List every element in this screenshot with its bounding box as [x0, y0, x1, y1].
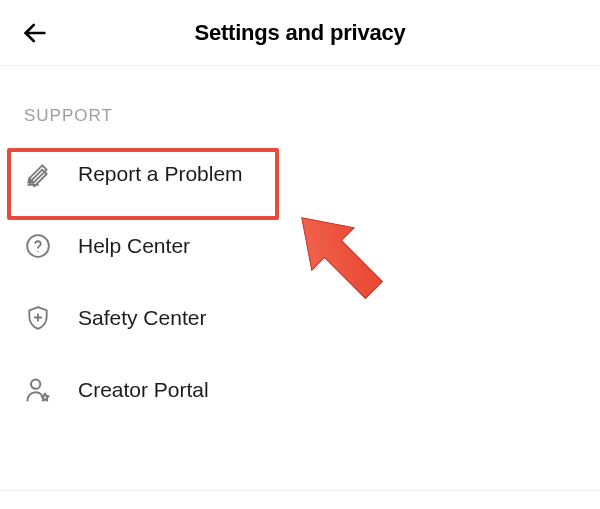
svg-point-6 [31, 380, 40, 389]
menu-item-label: Creator Portal [78, 378, 209, 402]
question-circle-icon [24, 232, 52, 260]
divider [0, 490, 600, 491]
shield-plus-icon [24, 304, 52, 332]
menu-item-label: Safety Center [78, 306, 206, 330]
menu-item-creator-portal[interactable]: Creator Portal [0, 354, 600, 426]
header: Settings and privacy [0, 0, 600, 66]
menu-item-label: Report a Problem [78, 162, 243, 186]
menu-item-safety-center[interactable]: Safety Center [0, 282, 600, 354]
menu-item-report-a-problem[interactable]: Report a Problem [0, 138, 600, 210]
menu-item-help-center[interactable]: Help Center [0, 210, 600, 282]
support-menu: Report a Problem Help Center Safety Cent… [0, 138, 600, 426]
page-title: Settings and privacy [0, 20, 600, 46]
menu-item-label: Help Center [78, 234, 190, 258]
pencil-icon [24, 160, 52, 188]
person-star-icon [24, 376, 52, 404]
section-label-support: SUPPORT [0, 66, 600, 138]
back-button[interactable] [18, 16, 52, 50]
svg-point-3 [37, 251, 38, 252]
back-arrow-icon [21, 19, 49, 47]
